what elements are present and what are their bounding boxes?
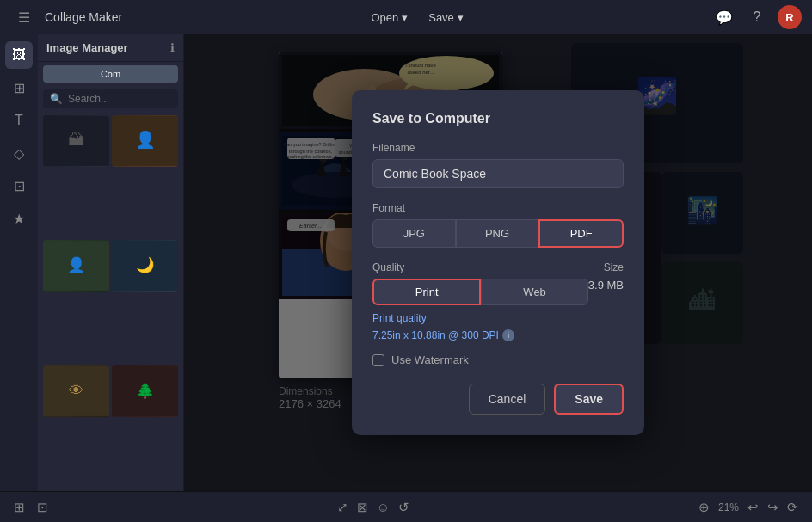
rotate-icon[interactable]: ↺ [398, 500, 409, 515]
svg-text:👤: 👤 [135, 130, 157, 150]
size-value: 3.9 MB [588, 279, 624, 292]
format-row: JPG PNG PDF [372, 219, 624, 248]
dimensions-info: 7.25in x 10.88in @ 300 DPI i [372, 329, 624, 341]
panel-tab-computer[interactable]: Com [43, 65, 178, 83]
layers-icon[interactable]: ⊞ [14, 500, 25, 515]
print-quality-link[interactable]: Print quality [372, 312, 624, 324]
chevron-down-icon: ▾ [402, 11, 408, 24]
crop-icon[interactable]: ⊠ [357, 500, 368, 515]
filename-input[interactable] [372, 159, 624, 188]
open-button[interactable]: Open ▾ [364, 8, 415, 28]
grid-icon[interactable]: ⊡ [37, 500, 48, 515]
bottom-tools-right: ⊕ 21% ↩ ↪ ⟳ [698, 500, 798, 515]
emoji-icon[interactable]: ☺ [377, 500, 390, 514]
cancel-button[interactable]: Cancel [469, 384, 546, 415]
menu-button[interactable]: ☰ [10, 3, 38, 31]
image-panel: Image Manager ℹ Com 🔍 🏔 👤 👤 🌙 [38, 34, 184, 491]
quality-size-row: Quality Print Web Size 3.9 MB [372, 261, 624, 305]
history-icon[interactable]: ⟳ [787, 500, 798, 515]
avatar[interactable]: R [778, 5, 802, 29]
quality-print-button[interactable]: Print [372, 279, 481, 305]
sidebar-icons: 🖼 ⊞ T ◇ ⊡ ★ [0, 34, 38, 491]
list-item[interactable]: 🌲 [112, 365, 178, 417]
zoom-level: 21% [718, 501, 739, 513]
list-item[interactable]: 👤 [112, 115, 178, 167]
panel-tab-row: Com [38, 62, 183, 86]
image-panel-title: Image Manager [46, 41, 128, 54]
help-icon[interactable]: ? [745, 5, 769, 29]
top-bar: ☰ Collage Maker Open ▾ Save ▾ 💬 ? R [0, 0, 812, 34]
zoom-in-icon[interactable]: ⊕ [698, 500, 710, 515]
watermark-checkbox[interactable] [372, 354, 384, 366]
chat-icon[interactable]: 💬 [712, 5, 736, 29]
watermark-row: Use Watermark [372, 353, 624, 366]
modal-footer: Cancel Save [372, 384, 624, 415]
svg-text:🏔: 🏔 [68, 131, 84, 149]
image-panel-header: Image Manager ℹ [38, 34, 183, 62]
top-bar-right: 💬 ? R [712, 5, 802, 29]
canvas-area: I should have asked her... Can you imagi… [184, 34, 812, 491]
top-bar-center: Open ▾ Save ▾ [132, 8, 702, 28]
svg-text:🌙: 🌙 [136, 255, 155, 274]
resize-icon[interactable]: ⤢ [337, 500, 348, 515]
panel-grid: 🏔 👤 👤 🌙 👁 🌲 [38, 112, 183, 491]
list-item[interactable]: 🌙 [112, 240, 178, 292]
list-item[interactable]: 🏔 [43, 115, 109, 167]
sidebar-item-grid[interactable]: ⊡ [5, 172, 33, 200]
quality-column: Quality Print Web [372, 261, 588, 305]
filename-label: Filename [372, 142, 624, 154]
size-label: Size [588, 261, 624, 273]
bottom-tools-left: ⊞ ⊡ [14, 500, 48, 515]
size-column: Size 3.9 MB [588, 261, 624, 292]
save-button[interactable]: Save [554, 384, 624, 415]
app-title: Collage Maker [45, 10, 122, 24]
top-bar-left: ☰ Collage Maker [10, 3, 122, 31]
watermark-label: Use Watermark [391, 353, 469, 366]
redo-icon[interactable]: ↪ [767, 500, 778, 515]
sidebar-item-elements[interactable]: ◇ [5, 139, 33, 167]
list-item[interactable]: 👤 [43, 240, 109, 292]
save-to-computer-modal: Save to Computer Filename Format JPG PNG… [352, 90, 644, 435]
svg-text:🌲: 🌲 [136, 380, 155, 399]
sidebar-item-text[interactable]: T [5, 107, 33, 134]
quality-web-button[interactable]: Web [481, 279, 587, 305]
format-label: Format [372, 202, 624, 214]
info-circle-icon[interactable]: i [502, 329, 514, 341]
svg-text:👁: 👁 [69, 381, 83, 398]
sidebar-item-layers[interactable]: ⊞ [5, 74, 33, 101]
info-icon[interactable]: ℹ [170, 41, 175, 54]
sidebar-item-stickers[interactable]: ★ [5, 205, 33, 232]
bottom-bar: ⊞ ⊡ ⤢ ⊠ ☺ ↺ ⊕ 21% ↩ ↪ ⟳ [0, 491, 812, 522]
quality-buttons: Print Web [372, 279, 588, 305]
format-jpg-button[interactable]: JPG [372, 219, 456, 248]
search-input[interactable] [68, 93, 171, 105]
search-icon: 🔍 [50, 93, 63, 105]
search-row: 🔍 [43, 89, 178, 108]
format-png-button[interactable]: PNG [456, 219, 539, 248]
undo-icon[interactable]: ↩ [747, 500, 759, 515]
quality-label: Quality [372, 261, 588, 273]
modal-title: Save to Computer [372, 111, 624, 126]
chevron-down-icon: ▾ [458, 11, 464, 24]
main-layout: 🖼 ⊞ T ◇ ⊡ ★ Image Manager ℹ Com 🔍 🏔 👤 [0, 34, 812, 491]
format-pdf-button[interactable]: PDF [538, 219, 624, 248]
save-top-button[interactable]: Save ▾ [421, 8, 471, 28]
modal-overlay: Save to Computer Filename Format JPG PNG… [184, 34, 812, 491]
bottom-center-tools: ⤢ ⊠ ☺ ↺ [337, 500, 409, 515]
sidebar-item-images[interactable]: 🖼 [5, 41, 33, 69]
svg-text:👤: 👤 [67, 255, 86, 274]
list-item[interactable]: 👁 [43, 365, 109, 417]
